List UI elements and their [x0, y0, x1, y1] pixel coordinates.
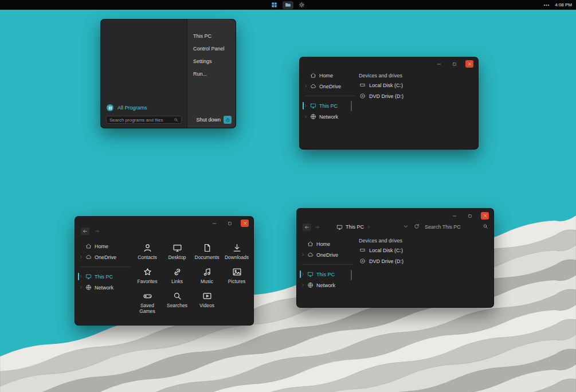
- maximize-button[interactable]: [225, 219, 234, 227]
- sidebar-item-this-pc[interactable]: This PC: [300, 269, 354, 280]
- close-button[interactable]: [465, 60, 473, 68]
- toolbar-right: [403, 224, 488, 230]
- folder-item-searches[interactable]: Searches: [162, 290, 192, 314]
- maximize-button[interactable]: [450, 60, 459, 68]
- explorer-content: Devices and drives Local Disk (C:) DVD D…: [359, 71, 472, 101]
- folder-item-favorites[interactable]: Favorites: [132, 266, 162, 290]
- refresh-button[interactable]: [414, 224, 420, 230]
- close-icon: [468, 62, 472, 66]
- sidebar-item-home[interactable]: Home: [300, 238, 354, 249]
- folder-label: Favorites: [138, 279, 158, 284]
- window-caption: [450, 212, 489, 219]
- folder-item-links[interactable]: Links: [162, 266, 192, 290]
- address-dropdown-button[interactable]: [403, 224, 409, 230]
- sidebar-item-network[interactable]: Network: [303, 111, 357, 122]
- chevron-right-icon: [304, 104, 308, 108]
- chevron-right-icon: [301, 253, 305, 257]
- sidebar-scrollbar[interactable]: [351, 270, 352, 280]
- breadcrumb[interactable]: This PC: [336, 224, 371, 230]
- sidebar-item-label: This PC: [316, 272, 335, 277]
- sidebar-item-network[interactable]: Network: [79, 282, 132, 293]
- all-programs-button[interactable]: All Programs: [107, 104, 147, 111]
- sidebar-item-onedrive[interactable]: OneDrive: [79, 252, 132, 262]
- back-button[interactable]: [303, 224, 311, 231]
- start-menu-item-settings[interactable]: Settings: [187, 55, 236, 68]
- folder-label: Pictures: [228, 279, 246, 284]
- videos-icon: [202, 291, 212, 301]
- forward-button[interactable]: [93, 228, 101, 235]
- folder-item-desktop[interactable]: Desktop: [162, 242, 192, 266]
- sidebar-scrollbar[interactable]: [351, 101, 352, 111]
- tray-overflow-button[interactable]: •••: [544, 3, 550, 7]
- file-explorer-taskbar-button[interactable]: [283, 1, 293, 9]
- explorer-sidebar: Home OneDrive This PC Network: [300, 238, 354, 291]
- music-icon: [202, 267, 212, 277]
- explorer-toolbar: This PC: [303, 222, 488, 232]
- sidebar-item-label: Home: [95, 244, 108, 249]
- taskbar-clock[interactable]: 4:08 PM: [555, 2, 572, 7]
- start-menu-item-run[interactable]: Run...: [187, 68, 236, 80]
- drive-item-d[interactable]: DVD Drive (D:): [359, 91, 472, 101]
- sidebar-item-home[interactable]: Home: [303, 70, 357, 81]
- folder-item-videos[interactable]: Videos: [192, 290, 222, 314]
- all-programs-label: All Programs: [117, 105, 147, 111]
- sidebar-item-label: Home: [319, 73, 333, 79]
- drive-item-c[interactable]: Local Disk (C:): [359, 245, 488, 256]
- chevron-right-icon: [304, 115, 308, 119]
- sidebar-item-onedrive[interactable]: OneDrive: [303, 81, 357, 92]
- close-button[interactable]: [481, 212, 489, 219]
- grid-icon: [108, 106, 112, 110]
- folder-icon: [285, 2, 291, 8]
- minimize-button[interactable]: [434, 60, 443, 68]
- forward-arrow-icon: [95, 229, 100, 234]
- sidebar-item-onedrive[interactable]: OneDrive: [300, 249, 354, 260]
- maximize-button[interactable]: [465, 212, 474, 219]
- gear-icon: [299, 2, 305, 8]
- back-button[interactable]: [81, 228, 89, 235]
- all-programs-icon: [107, 104, 113, 111]
- sidebar-item-home[interactable]: Home: [79, 241, 132, 252]
- back-arrow-icon: [304, 225, 309, 230]
- maximize-icon: [452, 62, 457, 66]
- folder-item-pictures[interactable]: Pictures: [222, 266, 252, 290]
- explorer-search-input[interactable]: [425, 224, 477, 230]
- folder-label: Searches: [167, 303, 187, 308]
- explorer-content: Devices and drives Local Disk (C:) DVD D…: [359, 236, 488, 266]
- settings-taskbar-button[interactable]: [296, 1, 307, 9]
- forward-button[interactable]: [313, 224, 322, 231]
- folder-label: Documents: [195, 254, 220, 260]
- search-icon: [483, 224, 488, 229]
- explorer-sidebar: Home OneDrive This PC Network: [79, 241, 132, 293]
- folder-item-music[interactable]: Music: [192, 266, 222, 290]
- sidebar-item-this-pc[interactable]: This PC: [303, 100, 357, 111]
- start-menu-item-this-pc[interactable]: This PC: [187, 30, 236, 42]
- searches-icon: [173, 291, 182, 301]
- explorer-window-folders: Home OneDrive This PC Network Co: [75, 216, 254, 326]
- power-button[interactable]: [224, 116, 232, 124]
- drive-item-c[interactable]: Local Disk (C:): [359, 80, 472, 91]
- folder-label: Saved Games: [134, 303, 160, 314]
- folder-label: Downloads: [225, 254, 249, 260]
- drive-item-d[interactable]: DVD Drive (D:): [359, 256, 488, 266]
- home-icon: [307, 241, 314, 247]
- start-button[interactable]: [269, 1, 280, 9]
- folder-item-documents[interactable]: Documents: [192, 242, 222, 266]
- nav-buttons: [81, 228, 101, 235]
- home-icon: [310, 72, 316, 79]
- explorer-window-drives: Home OneDrive This PC Network Devices an…: [299, 57, 479, 150]
- home-icon: [85, 243, 92, 249]
- back-arrow-icon: [83, 229, 88, 234]
- folder-item-contacts[interactable]: Contacts: [132, 242, 162, 266]
- minimize-button[interactable]: [450, 212, 459, 219]
- sidebar-item-this-pc[interactable]: This PC: [79, 271, 132, 282]
- minimize-button[interactable]: [210, 219, 218, 227]
- sidebar-item-network[interactable]: Network: [300, 280, 354, 291]
- start-menu-item-control-panel[interactable]: Control Panel: [187, 42, 236, 55]
- folder-item-downloads[interactable]: Downloads: [222, 242, 252, 266]
- start-search-input[interactable]: [109, 117, 171, 123]
- search-submit-button[interactable]: [483, 224, 488, 230]
- folder-item-saved-games[interactable]: Saved Games: [132, 290, 162, 314]
- close-button[interactable]: [241, 219, 249, 227]
- breadcrumb-label: This PC: [346, 224, 364, 230]
- sidebar-item-label: Network: [316, 283, 335, 288]
